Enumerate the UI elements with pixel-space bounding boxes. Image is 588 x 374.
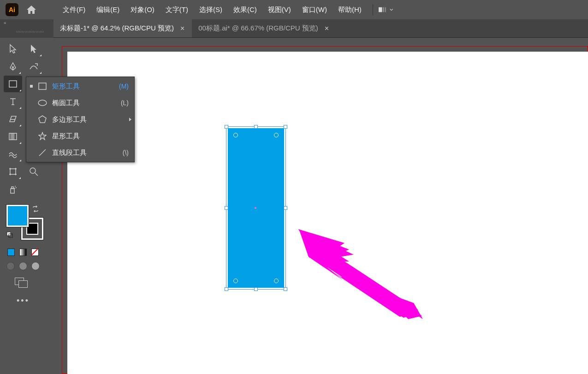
menubar: Ai 文件(F) 编辑(E) 对象(O) 文字(T) 选择(S) 效果(C) 视… — [0, 0, 588, 19]
resize-handle-tm[interactable] — [254, 125, 258, 129]
swap-fill-stroke-icon[interactable] — [32, 206, 39, 214]
default-fill-stroke-icon[interactable] — [6, 232, 14, 239]
menu-view[interactable]: 视图(V) — [262, 0, 297, 19]
type-tool[interactable] — [4, 93, 22, 110]
svg-point-3 — [12, 67, 13, 68]
flyout-rectangle-tool[interactable]: 矩形工具 (M) — [26, 78, 134, 95]
menu-divider — [373, 4, 373, 15]
menu-file[interactable]: 文件(F) — [57, 0, 91, 19]
selection-tool[interactable] — [4, 41, 22, 57]
fill-color-swatch[interactable] — [6, 205, 29, 227]
svg-line-20 — [35, 173, 38, 176]
svg-line-37 — [39, 149, 46, 156]
pen-tool[interactable] — [4, 58, 22, 75]
resize-handle-tl[interactable] — [225, 125, 228, 129]
svg-point-34 — [38, 100, 47, 106]
curvature-tool[interactable] — [24, 58, 42, 75]
left-panels-header: « — [0, 19, 53, 38]
color-mode-gradient[interactable] — [18, 247, 29, 257]
resize-handle-mr[interactable] — [284, 206, 287, 210]
ellipse-icon — [37, 99, 48, 107]
menu-object[interactable]: 对象(O) — [125, 0, 160, 19]
artboard[interactable] — [67, 52, 588, 374]
screen-mode-icon — [15, 278, 28, 288]
tab-label: 未标题-1* @ 64.2% (RGB/CPU 预览) — [60, 24, 174, 33]
svg-rect-33 — [39, 83, 46, 89]
svg-rect-10 — [10, 169, 16, 174]
edit-toolbar-button[interactable]: ••• — [4, 296, 42, 306]
color-mode-row — [4, 247, 42, 257]
chevron-down-icon — [390, 8, 393, 11]
menu-type[interactable]: 文字(T) — [160, 0, 194, 19]
app-logo: Ai — [6, 3, 18, 16]
flyout-star-tool[interactable]: 星形工具 — [26, 128, 134, 144]
direct-selection-tool[interactable] — [24, 41, 42, 57]
menu-help[interactable]: 帮助(H) — [333, 0, 367, 19]
document-tabbar: 未标题-1* @ 64.2% (RGB/CPU 预览) × 00标题.ai* @… — [0, 19, 588, 38]
svg-rect-2 — [385, 7, 386, 12]
svg-marker-36 — [39, 132, 46, 140]
spray-tool[interactable] — [4, 181, 22, 197]
flyout-ellipse-tool[interactable]: 椭圆工具 (L) — [26, 95, 134, 111]
screen-mode-button[interactable] — [4, 278, 42, 288]
flyout-label: 星形工具 — [52, 132, 124, 141]
corner-radius-handle[interactable] — [233, 133, 238, 137]
svg-rect-22 — [12, 187, 13, 189]
document-tab-2[interactable]: 00标题.ai* @ 66.67% (RGB/CPU 预览) × — [192, 19, 336, 37]
flyout-label: 椭圆工具 — [52, 99, 116, 107]
gradient-tool[interactable] — [4, 128, 22, 145]
close-icon[interactable]: × — [324, 24, 330, 33]
artboard-tool[interactable] — [4, 163, 22, 180]
corner-radius-handle[interactable] — [233, 279, 238, 283]
panel-grip[interactable] — [17, 31, 44, 33]
corner-radius-handle[interactable] — [274, 279, 279, 283]
rectangle-tool[interactable] — [4, 76, 22, 92]
document-tab-1[interactable]: 未标题-1* @ 64.2% (RGB/CPU 预览) × — [53, 19, 192, 37]
flyout-label: 多边形工具 — [52, 115, 124, 124]
warp-tool[interactable] — [4, 146, 22, 162]
flyout-polygon-tool[interactable]: 多边形工具 — [26, 111, 134, 128]
zoom-tool[interactable] — [24, 163, 42, 180]
menubar-items: 文件(F) 编辑(E) 对象(O) 文字(T) 选择(S) 效果(C) 视图(V… — [57, 0, 367, 19]
tab-label: 00标题.ai* @ 66.67% (RGB/CPU 预览) — [198, 24, 318, 33]
shape-tool-flyout: 矩形工具 (M) 椭圆工具 (L) 多边形工具 星形工具 直线段工具 (\) — [26, 77, 135, 162]
svg-rect-0 — [379, 7, 382, 12]
submenu-arrow-icon — [129, 118, 131, 121]
svg-point-23 — [15, 186, 16, 187]
rectangle-icon — [37, 83, 48, 90]
star-icon — [37, 132, 48, 140]
polygon-icon — [37, 115, 48, 124]
menu-window[interactable]: 窗口(W) — [297, 0, 333, 19]
app-logo-text: Ai — [9, 6, 15, 13]
corner-radius-handle[interactable] — [274, 133, 279, 137]
svg-rect-1 — [383, 7, 384, 12]
home-icon[interactable] — [26, 4, 37, 15]
resize-handle-bl[interactable] — [225, 287, 228, 291]
resize-handle-br[interactable] — [284, 287, 287, 291]
eraser-tool[interactable] — [4, 111, 22, 127]
collapse-arrow-icon[interactable]: « — [4, 20, 6, 25]
flyout-shortcut: (\) — [123, 149, 129, 156]
svg-point-25 — [14, 188, 15, 189]
svg-point-19 — [30, 168, 36, 173]
close-icon[interactable]: × — [179, 24, 185, 33]
resize-handle-ml[interactable] — [225, 206, 228, 210]
draw-normal[interactable] — [6, 261, 15, 271]
flyout-shortcut: (M) — [119, 83, 129, 90]
center-point — [255, 207, 256, 209]
draw-inside[interactable] — [31, 261, 41, 271]
resize-handle-tr[interactable] — [284, 125, 287, 129]
flyout-label: 矩形工具 — [52, 82, 114, 91]
menu-edit[interactable]: 编辑(E) — [91, 0, 125, 19]
menu-select[interactable]: 选择(S) — [194, 0, 228, 19]
draw-mode-row — [4, 261, 42, 271]
draw-behind[interactable] — [18, 261, 28, 271]
menu-effect[interactable]: 效果(C) — [228, 0, 262, 19]
flyout-shortcut: (L) — [121, 99, 129, 107]
color-mode-none[interactable] — [30, 247, 41, 257]
resize-handle-bm[interactable] — [254, 287, 258, 291]
selected-indicator — [30, 85, 33, 88]
flyout-line-tool[interactable]: 直线段工具 (\) — [26, 144, 134, 161]
color-mode-solid[interactable] — [6, 247, 17, 257]
workspace-switcher[interactable] — [379, 5, 393, 14]
